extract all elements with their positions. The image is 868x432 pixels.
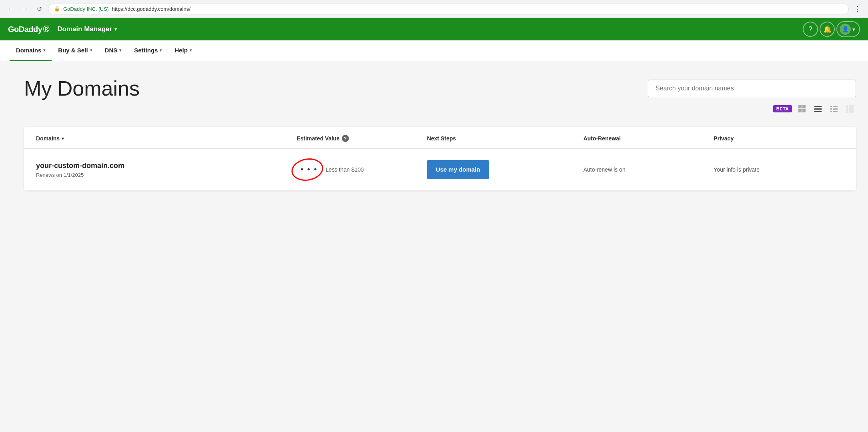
header-right-controls: BETA bbox=[648, 80, 856, 115]
svg-rect-0 bbox=[798, 105, 802, 108]
logo-dot: ® bbox=[43, 24, 49, 34]
dots-menu-container: • • • bbox=[297, 162, 321, 176]
nav-item-settings[interactable]: Settings ▾ bbox=[128, 40, 168, 61]
svg-rect-4 bbox=[814, 106, 822, 107]
avatar: 👤 bbox=[840, 24, 851, 35]
refresh-button[interactable]: ↺ bbox=[34, 3, 45, 14]
user-menu-button[interactable]: 👤 ▾ bbox=[836, 21, 860, 37]
svg-rect-19 bbox=[846, 112, 848, 112]
domain-name-cell: your-custom-domain.com Renews on 1/1/202… bbox=[36, 161, 297, 178]
beta-badge: BETA bbox=[773, 105, 792, 112]
detail-list-view-button[interactable] bbox=[828, 103, 840, 115]
nav-label-settings: Settings bbox=[134, 47, 158, 54]
bell-icon: 🔔 bbox=[823, 25, 832, 34]
nav-chevron-help-icon: ▾ bbox=[190, 48, 192, 52]
nav-label-domains: Domains bbox=[16, 47, 41, 54]
col-label-next-steps: Next Steps bbox=[427, 135, 456, 142]
grid-view-button[interactable] bbox=[796, 103, 808, 115]
table-header: Domains ▾ Estimated Value ? Next Steps A… bbox=[24, 127, 856, 149]
grid-view-icon bbox=[798, 104, 806, 113]
address-bar[interactable]: 🔒 GoDaddy INC. [US] https://dcc.godaddy.… bbox=[48, 4, 849, 14]
svg-rect-2 bbox=[798, 109, 802, 112]
nav-item-domains[interactable]: Domains ▾ bbox=[10, 40, 52, 61]
nav-label-dns: DNS bbox=[105, 47, 118, 54]
browser-more-button[interactable]: ⋮ bbox=[852, 3, 863, 14]
top-navigation: GoDaddy® Domain Manager ▾ ? 🔔 👤 ▾ bbox=[0, 18, 868, 40]
domain-manager-menu[interactable]: Domain Manager ▾ bbox=[57, 25, 117, 33]
est-value-text: Less than $100 bbox=[325, 166, 364, 173]
detail-list-view-icon bbox=[830, 104, 838, 113]
domain-manager-chevron-icon: ▾ bbox=[114, 27, 117, 32]
nav-chevron-domains-icon: ▾ bbox=[43, 48, 45, 52]
user-chevron-icon: ▾ bbox=[852, 26, 855, 32]
notifications-button[interactable]: 🔔 bbox=[820, 22, 835, 37]
nav-item-help[interactable]: Help ▾ bbox=[168, 40, 198, 61]
svg-rect-8 bbox=[833, 106, 838, 107]
col-header-est-value: Estimated Value ? bbox=[297, 135, 427, 142]
list-view-icon bbox=[814, 104, 822, 113]
list-view-button[interactable] bbox=[812, 103, 824, 115]
col-header-privacy: Privacy bbox=[714, 135, 844, 142]
svg-rect-18 bbox=[849, 110, 854, 110]
nav-item-buy-sell[interactable]: Buy & Sell ▾ bbox=[52, 40, 98, 61]
nav-label-help: Help bbox=[174, 47, 188, 54]
browser-chrome: ← → ↺ 🔒 GoDaddy INC. [US] https://dcc.go… bbox=[0, 0, 868, 18]
col-label-domains: Domains bbox=[36, 135, 60, 142]
page-title: My Domains bbox=[24, 77, 140, 100]
domain-manager-label: Domain Manager bbox=[57, 25, 112, 33]
compact-view-button[interactable] bbox=[844, 103, 856, 115]
nav-chevron-dns-icon: ▾ bbox=[119, 48, 121, 52]
help-button[interactable]: ? bbox=[803, 22, 818, 37]
top-nav-right-controls: ? 🔔 👤 ▾ bbox=[803, 21, 860, 37]
page-header: My Domains BETA bbox=[24, 77, 856, 115]
compact-view-icon bbox=[846, 104, 854, 113]
domain-renew-date: Renews on 1/1/2025 bbox=[36, 172, 297, 178]
url-text: https://dcc.godaddy.com/domains/ bbox=[112, 6, 190, 12]
svg-rect-3 bbox=[802, 109, 806, 112]
lock-icon: 🔒 bbox=[54, 6, 60, 12]
col-header-domains: Domains ▾ bbox=[36, 135, 297, 142]
next-steps-cell: Use my domain bbox=[427, 160, 583, 179]
use-my-domain-button[interactable]: Use my domain bbox=[427, 160, 489, 179]
col-label-privacy: Privacy bbox=[714, 135, 734, 142]
logo-text: GoDaddy bbox=[8, 25, 42, 34]
col-label-est-value: Estimated Value bbox=[297, 135, 339, 142]
three-dots-button[interactable]: • • • bbox=[297, 162, 321, 176]
svg-rect-10 bbox=[833, 108, 838, 110]
svg-rect-13 bbox=[846, 106, 848, 106]
svg-rect-9 bbox=[830, 108, 832, 110]
svg-rect-20 bbox=[849, 112, 854, 112]
svg-rect-14 bbox=[849, 106, 854, 106]
nav-chevron-buy-sell-icon: ▾ bbox=[90, 48, 92, 52]
privacy-status: Your info is private bbox=[714, 166, 760, 173]
godaddy-logo: GoDaddy® bbox=[8, 24, 49, 34]
auto-renewal-status: Auto-renew is on bbox=[583, 166, 625, 173]
svg-rect-7 bbox=[830, 106, 832, 107]
domain-name: your-custom-domain.com bbox=[36, 161, 297, 170]
back-button[interactable]: ← bbox=[5, 3, 16, 14]
svg-rect-6 bbox=[814, 111, 822, 112]
privacy-cell: Your info is private bbox=[714, 166, 844, 173]
nav-item-dns[interactable]: DNS ▾ bbox=[98, 40, 128, 61]
svg-rect-5 bbox=[814, 108, 822, 110]
secondary-navigation: Domains ▾ Buy & Sell ▾ DNS ▾ Settings ▾ … bbox=[0, 40, 868, 61]
svg-rect-17 bbox=[846, 110, 848, 110]
auto-renewal-cell: Auto-renew is on bbox=[583, 166, 714, 173]
col-chevron-domains-icon[interactable]: ▾ bbox=[62, 136, 64, 141]
est-value-cell: • • • Less than $100 bbox=[297, 162, 427, 176]
est-value-help-icon[interactable]: ? bbox=[342, 135, 349, 142]
domain-table-card: Domains ▾ Estimated Value ? Next Steps A… bbox=[24, 127, 856, 191]
col-header-next-steps: Next Steps bbox=[427, 135, 583, 142]
search-input[interactable] bbox=[648, 80, 856, 97]
user-icon: 👤 bbox=[842, 26, 849, 32]
svg-rect-11 bbox=[830, 111, 832, 112]
svg-rect-15 bbox=[846, 108, 848, 108]
view-controls: BETA bbox=[773, 103, 856, 115]
forward-button[interactable]: → bbox=[19, 3, 30, 14]
nav-label-buy-sell: Buy & Sell bbox=[58, 47, 88, 54]
col-label-auto-renewal: Auto-Renewal bbox=[583, 135, 621, 142]
site-identity: GoDaddy INC. [US] bbox=[63, 6, 108, 12]
svg-rect-1 bbox=[802, 105, 806, 108]
nav-chevron-settings-icon: ▾ bbox=[160, 48, 162, 52]
svg-rect-16 bbox=[849, 108, 854, 108]
